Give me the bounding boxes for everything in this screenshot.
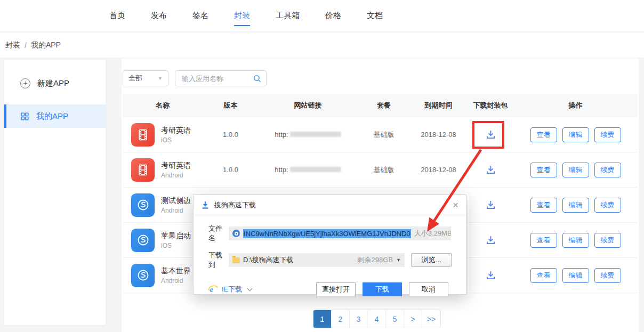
sogou-whirl-icon: [232, 230, 240, 237]
app-platform: iOS: [161, 136, 191, 144]
site-link: http:: [275, 131, 341, 139]
ie-download-button[interactable]: e IE下载: [208, 285, 252, 295]
download-icon: [485, 270, 496, 281]
action-button[interactable]: 续费: [594, 233, 621, 248]
app-icon: [131, 158, 155, 182]
filename-field[interactable]: INC9wNnRNbXgwUE5jYjlhaXk3OWlEMG1JVnJDND0…: [229, 226, 451, 240]
expiry-date: 2018-12-08: [421, 166, 456, 174]
header-cell: 网站链接: [259, 101, 357, 110]
site-link: http:: [275, 166, 341, 174]
sidebar-item-my-app[interactable]: 我的APP: [4, 104, 106, 128]
page-button[interactable]: 3: [350, 310, 368, 328]
header-cell: 下载封装包: [466, 101, 514, 110]
action-button[interactable]: 编辑: [562, 163, 589, 177]
page-button[interactable]: >>: [422, 310, 440, 328]
action-button[interactable]: 编辑: [562, 198, 589, 213]
action-button[interactable]: 续费: [594, 198, 621, 213]
download-package-button[interactable]: [483, 163, 498, 177]
new-app-label: 新建APP: [37, 78, 69, 88]
download-dialog: 搜狗高速下载 × 文件名 INC9wNnRNbXgwUE5jYjlhaXk3OW…: [193, 195, 466, 295]
download-icon: [485, 199, 496, 210]
saveto-field[interactable]: D:\搜狗高速下载 剩余298GB ▼: [229, 253, 405, 267]
grid-icon: [20, 112, 29, 121]
search-box: [175, 70, 267, 86]
nav-item[interactable]: 封装: [234, 0, 250, 32]
caret-down-icon: ▼: [158, 76, 163, 81]
page-button[interactable]: 5: [386, 310, 404, 328]
action-button[interactable]: 续费: [594, 127, 621, 142]
action-button[interactable]: 编辑: [562, 127, 589, 142]
breadcrumb-parent[interactable]: 封装: [5, 41, 20, 50]
app-icon: [131, 264, 155, 287]
ie-download-label: IE下载: [222, 285, 242, 294]
plus-circle-icon: +: [20, 78, 30, 88]
app-platform: Android: [161, 207, 191, 214]
browse-button[interactable]: 浏览...: [411, 253, 452, 267]
sidebar-item-new-app[interactable]: + 新建APP: [4, 72, 106, 94]
action-button[interactable]: 查看: [530, 233, 557, 248]
header-cell: 名称: [123, 101, 203, 110]
nav-item[interactable]: 工具箱: [276, 0, 300, 32]
nav-item[interactable]: 价格: [325, 0, 341, 32]
chevron-down-icon: [247, 286, 253, 291]
row-actions: 查看编辑续费: [514, 127, 637, 142]
nav-item[interactable]: 文档: [367, 0, 383, 32]
page-button[interactable]: 1: [313, 310, 332, 328]
file-size: 大小3.29MB: [414, 229, 451, 238]
download-package-button[interactable]: [483, 233, 498, 248]
app-icon: [131, 229, 155, 252]
nav-item[interactable]: 发布: [151, 0, 167, 32]
download-package-button[interactable]: [483, 127, 498, 142]
row-actions: 查看编辑续费: [514, 233, 637, 248]
page-button[interactable]: 4: [368, 310, 386, 328]
download-button[interactable]: 下载: [363, 282, 402, 296]
blurred-url: [290, 167, 341, 172]
download-package-button[interactable]: [483, 198, 498, 213]
action-button[interactable]: 查看: [530, 163, 557, 177]
action-button[interactable]: 续费: [594, 268, 621, 283]
action-button[interactable]: 续费: [594, 163, 621, 177]
app-icon: [131, 123, 155, 147]
header-cell: 操作: [514, 101, 637, 110]
app-icon: [131, 193, 155, 217]
app-platform: Android: [161, 277, 191, 285]
app-version: 1.0.0: [223, 131, 238, 139]
my-app-label: 我的APP: [36, 111, 68, 122]
action-button[interactable]: 编辑: [562, 233, 589, 248]
action-button[interactable]: 编辑: [562, 268, 589, 283]
search-icon[interactable]: [253, 74, 262, 83]
breadcrumb-separator: /: [25, 41, 27, 50]
table-header: 名称版本网站链接套餐到期时间下载封装包操作: [123, 94, 638, 117]
search-input[interactable]: [182, 75, 253, 83]
dialog-header: 搜狗高速下载 ×: [194, 195, 466, 215]
open-direct-button[interactable]: 直接打开: [316, 282, 356, 296]
close-icon[interactable]: ×: [453, 200, 458, 210]
space-left: 剩余298GB: [358, 255, 393, 265]
page-button[interactable]: 2: [332, 310, 350, 328]
app-name: 考研英语: [161, 161, 191, 171]
row-actions: 查看编辑续费: [514, 268, 637, 283]
page-button[interactable]: >: [404, 310, 422, 328]
download-package-button[interactable]: [483, 268, 498, 283]
row-actions: 查看编辑续费: [514, 198, 637, 213]
header-cell: 版本: [203, 101, 259, 110]
nav-item[interactable]: 首页: [109, 0, 125, 32]
action-button[interactable]: 查看: [530, 268, 557, 283]
app-name: 考研英语: [161, 126, 191, 135]
sidebar: + 新建APP 我的APP: [4, 60, 106, 325]
action-button[interactable]: 查看: [530, 198, 557, 213]
top-nav: 首页 发布 签名 封装 工具箱 价格 文档: [0, 0, 644, 32]
download-icon: [485, 164, 496, 175]
row-actions: 查看编辑续费: [514, 163, 637, 177]
breadcrumb-current: 我的APP: [31, 41, 61, 50]
app-name: 苹果启动: [161, 231, 191, 241]
nav-item[interactable]: 签名: [192, 0, 208, 32]
action-button[interactable]: 查看: [530, 127, 557, 142]
caret-down-icon[interactable]: ▼: [396, 257, 401, 263]
header-cell: 到期时间: [410, 101, 466, 110]
cancel-button[interactable]: 取消: [409, 282, 448, 296]
filter-value: 全部: [128, 74, 142, 83]
saveto-label: 下载到: [208, 250, 229, 270]
filter-dropdown[interactable]: 全部 ▼: [123, 70, 168, 86]
folder-icon: [232, 257, 240, 263]
